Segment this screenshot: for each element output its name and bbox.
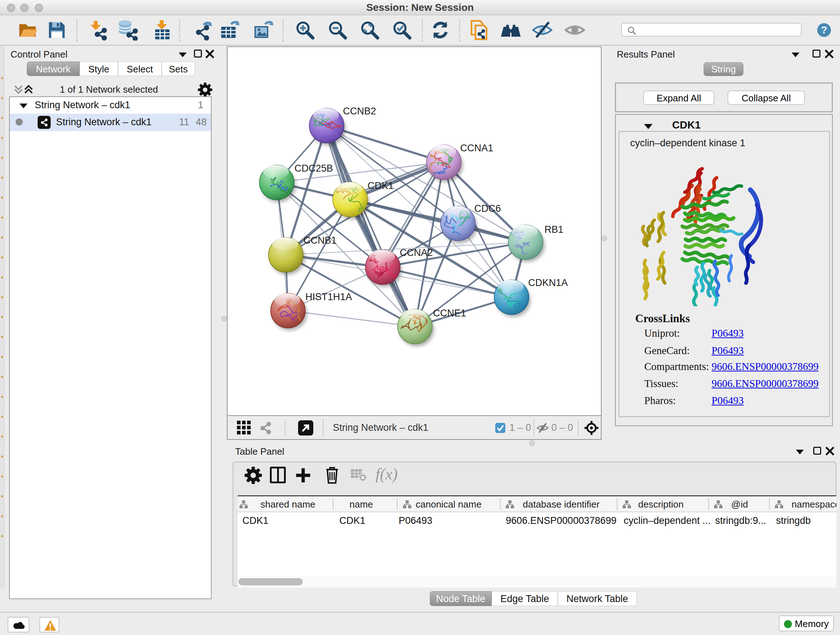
svg-text:CDK1: CDK1 (368, 180, 393, 191)
svg-text:CDKN1A: CDKN1A (528, 277, 568, 288)
svg-text:CCNB1: CCNB1 (303, 235, 337, 246)
svg-text:CCNA1: CCNA1 (460, 143, 493, 154)
svg-text:CCNA2: CCNA2 (400, 247, 433, 258)
svg-text:CCNE1: CCNE1 (433, 308, 466, 318)
svg-text:CDC25B: CDC25B (294, 163, 333, 174)
svg-text:RB1: RB1 (545, 224, 564, 235)
svg-text:HIST1H1A: HIST1H1A (305, 291, 352, 302)
svg-text:CDC6: CDC6 (474, 203, 501, 214)
svg-text:CCNB2: CCNB2 (343, 106, 376, 117)
